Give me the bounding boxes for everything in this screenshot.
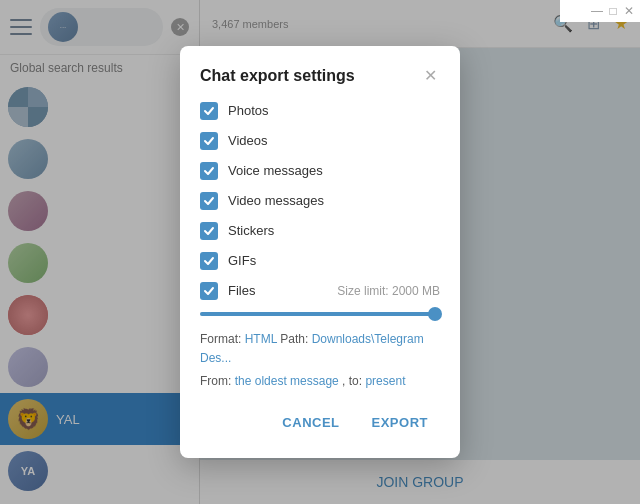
files-checkbox[interactable]	[200, 282, 218, 300]
checkbox-row-videos: Videos	[200, 132, 440, 150]
videos-checkbox[interactable]	[200, 132, 218, 150]
from-row: From: the oldest message , to: present	[200, 372, 440, 391]
checkbox-row-voice: Voice messages	[200, 162, 440, 180]
checkbox-row-gifs: GIFs	[200, 252, 440, 270]
slider-thumb[interactable]	[428, 307, 442, 321]
video-messages-checkbox[interactable]	[200, 192, 218, 210]
format-label: Format:	[200, 332, 241, 346]
close-button[interactable]: ✕	[622, 4, 636, 18]
checkbox-row-video-messages: Video messages	[200, 192, 440, 210]
export-button[interactable]: EXPORT	[360, 407, 440, 438]
slider-fill	[200, 312, 440, 316]
maximize-button[interactable]: □	[606, 4, 620, 18]
to-value[interactable]: present	[365, 374, 405, 388]
format-value[interactable]: HTML	[245, 332, 277, 346]
stickers-label: Stickers	[228, 223, 274, 238]
checkbox-list: Photos Videos Voice messages	[200, 102, 440, 300]
to-label: , to:	[342, 374, 365, 388]
app-container: — □ ✕ ··· ✕ Global search results	[0, 0, 640, 504]
checkbox-row-stickers: Stickers	[200, 222, 440, 240]
voice-label: Voice messages	[228, 163, 323, 178]
gifs-checkbox[interactable]	[200, 252, 218, 270]
files-label: Files	[228, 283, 255, 298]
modal-header: Chat export settings ✕	[200, 66, 440, 86]
modal-title: Chat export settings	[200, 67, 355, 85]
path-label: Path:	[280, 332, 311, 346]
photos-label: Photos	[228, 103, 268, 118]
files-left: Files	[200, 282, 255, 300]
modal-close-button[interactable]: ✕	[420, 66, 440, 86]
checkbox-row-photos: Photos	[200, 102, 440, 120]
minimize-button[interactable]: —	[590, 4, 604, 18]
size-limit-label: Size limit: 2000 MB	[337, 284, 440, 298]
stickers-checkbox[interactable]	[200, 222, 218, 240]
checkbox-row-files: Files Size limit: 2000 MB	[200, 282, 440, 300]
modal-overlay: Chat export settings ✕ Photos Videos	[0, 0, 640, 504]
modal-footer: CANCEL EXPORT	[200, 407, 440, 438]
voice-checkbox[interactable]	[200, 162, 218, 180]
window-chrome: — □ ✕	[560, 0, 640, 22]
from-label: From:	[200, 374, 231, 388]
photos-checkbox[interactable]	[200, 102, 218, 120]
cancel-button[interactable]: CANCEL	[270, 407, 351, 438]
format-row: Format: HTML Path: Downloads\Telegram De…	[200, 330, 440, 368]
size-slider-row	[200, 312, 440, 316]
videos-label: Videos	[228, 133, 268, 148]
video-messages-label: Video messages	[228, 193, 324, 208]
chat-export-modal: Chat export settings ✕ Photos Videos	[180, 46, 460, 459]
gifs-label: GIFs	[228, 253, 256, 268]
from-value[interactable]: the oldest message	[235, 374, 339, 388]
slider-track	[200, 312, 440, 316]
